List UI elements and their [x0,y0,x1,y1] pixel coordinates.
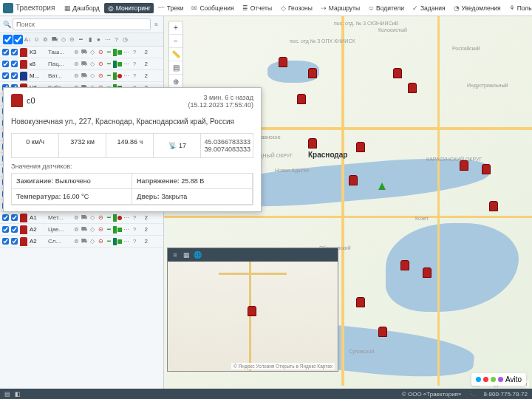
row-check-1[interactable] [2,61,9,67]
row-icons: ⊚ ⛟ ◇ ⊝ ━ ⋯ ? [72,61,138,68]
filter-icon[interactable]: ≡ [152,21,160,29]
row-check-2[interactable] [11,49,18,55]
row-check-1[interactable] [2,226,9,233]
table-row[interactable]: А2 Цве... ⊚ ⛟ ◇ ⊝ ━ ⋯ ? 2 [0,224,163,236]
vehicle-marker[interactable] [279,57,287,67]
row-check-2[interactable] [11,72,18,79]
nav-геозоны[interactable]: ◇Геозоны [276,3,316,13]
select-all-2[interactable] [13,35,23,44]
truck-icon: ⛟ [81,49,88,56]
hdr-more-icon[interactable]: ⋯ [103,35,112,44]
wheel-icon: ⊚ [72,49,80,56]
table-row[interactable]: А1 Мет... ⊚ ⛟ ◇ ⊝ ━ ⋯ ? 2 [0,212,163,224]
row-check-2[interactable] [11,214,18,221]
hdr-time-icon[interactable]: ◷ [121,35,129,44]
truck-icon: ⛟ [81,72,88,80]
area-adygea: Новая Адыгея [275,168,309,173]
select-all-1[interactable] [3,35,13,44]
stop-icon: ⊝ [97,72,104,80]
vehicle-marker[interactable] [356,142,365,152]
minimap-menu-icon[interactable]: ≡ [171,250,180,259]
minimap-globe-icon[interactable]: 🌐 [193,250,202,259]
vehicle-marker[interactable] [349,175,358,185]
zoom-out-button[interactable]: − [169,35,183,48]
nav-маршруты[interactable]: ⇢Маршруты [317,3,363,13]
wheel-icon: ⊚ [72,226,80,233]
table-row[interactable]: к8 Пац... ⊚ ⛟ ◇ ⊝ ━ ⋯ ? 2 [0,58,163,70]
hdr-wheel-icon[interactable]: ⊚ [41,35,50,44]
avito-dot-purple [498,377,503,382]
nav-label: Сообщения [200,4,233,12]
nav-отчеты[interactable]: ≣Отчеты [239,3,275,13]
table-row[interactable]: А2 Сл... ⊚ ⛟ ◇ ⊝ ━ ⋯ ? 2 [0,236,163,248]
place-4: Российский [452,46,480,51]
vehicle-marker[interactable] [400,260,409,270]
row-check-2[interactable] [11,238,18,245]
vehicle-marker[interactable] [308,138,317,149]
q-icon: ? [131,49,138,56]
vehicle-marker[interactable] [308,68,317,78]
nav-задания[interactable]: ✓Задания [409,3,449,13]
hdr-bar-icon[interactable]: ▮ [86,35,94,44]
hdr-truck-icon[interactable]: ⛟ [50,35,58,44]
nav-мониторинг[interactable]: ◎Мониторинг [104,3,154,13]
vehicle-marker[interactable] [460,160,468,171]
nav-треки[interactable]: 〰Треки [155,3,187,13]
minimap-vehicle-marker[interactable] [248,306,256,316]
table-row[interactable]: M... Ват... ⊚ ⛟ ◇ ⊝ ━ ⋯ ? 2 [0,70,163,82]
road-v1 [341,16,344,386]
minimap-grid-icon[interactable]: ▦ [182,250,191,259]
road-v2 [437,16,440,386]
vehicle-id: А2 [30,226,46,233]
hdr-line-icon[interactable]: ━ [77,35,85,44]
more-icon[interactable]: ⋯ [123,72,130,80]
place-7: Козет [415,216,429,221]
nav-пользователи[interactable]: ⚘Пользователи [505,3,532,13]
more-icon[interactable]: ⋯ [123,49,130,56]
nav-дашборд[interactable]: ▦Дашборд [61,3,102,13]
row-check-1[interactable] [2,72,9,79]
ruler-button[interactable]: 📏 [169,48,183,61]
row-check-2[interactable] [11,226,18,233]
stop-icon: ⊝ [97,49,104,56]
nav-icon: ⇢ [320,4,327,12]
hdr-diamond-icon[interactable]: ◇ [59,35,67,44]
row-check-1[interactable] [2,238,9,245]
zoom-in-button[interactable]: + [169,21,183,35]
more-icon[interactable]: ⋯ [123,238,130,245]
vehicle-marker[interactable] [356,297,365,307]
nav-уведомления[interactable]: ◔Уведомления [450,3,504,13]
row-check-1[interactable] [2,214,9,221]
footer-icon-1[interactable]: ▤ [4,391,10,398]
search-input[interactable] [13,18,151,30]
more-icon[interactable]: ⋯ [123,226,130,233]
row-check-1[interactable] [2,49,9,55]
line-icon: ━ [105,238,112,245]
target-button[interactable]: ⊕ [169,75,183,88]
vehicle-marker[interactable] [378,327,387,337]
vehicle-marker[interactable] [489,201,498,211]
more-icon[interactable]: ⋯ [123,214,130,222]
wheel-icon: ⊚ [72,72,80,80]
minimap[interactable]: ≡ ▦ 🌐 0 км/ч Новокузнечная ул., 227, Кра… [167,248,338,372]
main-nav: ▦Дашборд◎Мониторинг〰Треки✉Сообщения≣Отче… [61,3,532,13]
vehicle-marker[interactable] [423,267,432,278]
vehicle-marker[interactable] [297,94,306,104]
nav-водители[interactable]: ☺Водители [364,3,407,13]
minimap-canvas[interactable] [168,262,338,371]
row-check-2[interactable] [11,61,18,67]
hdr-q-icon[interactable]: ? [112,35,120,44]
avito-dot-blue [476,377,481,382]
hdr-stop-icon[interactable]: ⊝ [68,35,76,44]
more-icon[interactable]: ⋯ [123,61,130,68]
hdr-sort-icon[interactable]: A↓ [24,35,32,44]
vehicle-marker[interactable] [408,83,417,93]
nav-сообщения[interactable]: ✉Сообщения [188,3,236,13]
table-row[interactable]: К3 Таш... ⊚ ⛟ ◇ ⊝ ━ ⋯ ? 2 [0,47,163,58]
hdr-user-icon[interactable]: ☺ [33,35,41,44]
vehicle-marker[interactable] [482,164,491,174]
hdr-dot-icon[interactable]: ● [95,35,103,44]
layers-button[interactable]: ▤ [169,61,183,75]
vehicle-marker[interactable] [393,68,402,78]
footer-icon-2[interactable]: ◧ [15,391,21,398]
